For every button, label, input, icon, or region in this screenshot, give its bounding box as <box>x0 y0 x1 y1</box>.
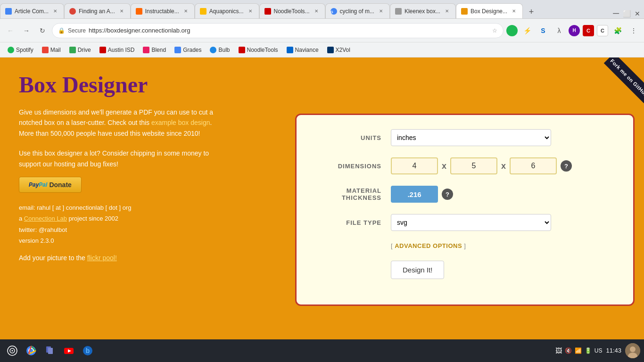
bookmark-x2vol-icon <box>327 47 334 53</box>
tray-battery-icon[interactable]: 🔋 <box>585 347 592 354</box>
tab-close-1[interactable]: ✕ <box>51 8 59 15</box>
bookmark-austin-isd[interactable]: Austin ISD <box>96 45 139 55</box>
close-button[interactable]: ✕ <box>635 10 640 17</box>
bookmark-spotify[interactable]: Spotify <box>4 45 37 55</box>
toolbar-ext-red-c[interactable]: C <box>583 25 594 36</box>
bookmark-drive[interactable]: Drive <box>66 45 95 55</box>
tab-close-2[interactable]: ✕ <box>118 8 125 15</box>
bookmark-noodletools[interactable]: NoodleTools <box>235 45 282 55</box>
user-avatar[interactable] <box>625 343 640 358</box>
toolbar-ext-1[interactable] <box>506 25 518 36</box>
address-bar[interactable]: 🔒 Secure https://boxdesigner.connectionl… <box>52 23 504 38</box>
more-options-button[interactable]: ⋮ <box>627 24 640 37</box>
taskbar-chrome-icon[interactable] <box>23 342 40 359</box>
units-label: UNITS <box>315 134 391 141</box>
bookmark-blend[interactable]: Blend <box>139 45 170 55</box>
dimension-x-input[interactable] <box>391 157 438 174</box>
tab-favicon-7 <box>395 8 402 15</box>
bookmark-star-icon[interactable]: ☆ <box>492 27 497 34</box>
contact-info: email: rahul [ at ] connectionlab [ dot … <box>19 202 217 247</box>
tab-title-5: NoodleTools... <box>274 8 310 15</box>
bookmark-grades-label: Grades <box>183 47 201 53</box>
refresh-button[interactable]: ↻ <box>36 24 49 37</box>
taskbar-os-icon[interactable] <box>4 342 21 359</box>
svg-rect-8 <box>47 347 47 352</box>
dimension-z-input[interactable] <box>510 157 557 174</box>
tray-wifi-icon[interactable]: 📶 <box>575 347 582 354</box>
bookmark-x2vol-label: X2Vol <box>336 47 350 53</box>
flickr-row: Add your picture to the flickr pool! <box>19 254 267 262</box>
material-thickness-row: MATERIAL THICKNESS ? <box>315 186 614 203</box>
advanced-options-link[interactable]: ADVANCED OPTIONS <box>395 242 462 249</box>
page-title: Box Designer <box>19 72 267 98</box>
back-button[interactable]: ← <box>4 24 17 37</box>
secure-lock-icon: 🔒 <box>58 27 65 34</box>
bookmark-drive-icon <box>69 47 76 53</box>
taskbar-app-icon[interactable]: b <box>79 342 96 359</box>
material-thickness-input[interactable] <box>391 186 438 203</box>
browser-toolbar: ← → ↻ 🔒 Secure https://boxdesigner.conne… <box>0 19 644 42</box>
toolbar-ext-white-c[interactable]: C <box>597 25 608 36</box>
tab-close-4[interactable]: ✕ <box>247 8 254 15</box>
bookmark-naviance[interactable]: Naviance <box>283 45 322 55</box>
advanced-options-row: [ ADVANCED OPTIONS ] <box>315 242 614 249</box>
bookmark-austin-isd-label: Austin ISD <box>108 47 135 53</box>
dimensions-help-icon[interactable]: ? <box>561 160 572 172</box>
example-box-link[interactable]: example box design <box>151 119 210 126</box>
tray-locale: US <box>594 347 603 354</box>
toolbar-ext-s[interactable]: S <box>537 24 550 37</box>
taskbar-files-icon[interactable] <box>41 342 58 359</box>
material-help-icon[interactable]: ? <box>442 189 453 200</box>
page-description: Give us dimensions and we'll generate a … <box>19 107 217 139</box>
tray-mute-icon[interactable]: 🔇 <box>565 347 572 354</box>
bookmark-x2vol[interactable]: X2Vol <box>323 45 354 55</box>
tray-photo-icon[interactable]: 🖼 <box>555 347 562 354</box>
bookmark-bulb[interactable]: Bulb <box>206 45 233 55</box>
dimensions-row: DIMENSIONS x x ? <box>315 157 614 174</box>
tab-close-7[interactable]: ✕ <box>443 8 451 15</box>
bookmark-mail-label: Mail <box>50 47 61 53</box>
minimize-button[interactable]: ─ <box>613 8 619 18</box>
bookmark-grades[interactable]: Grades <box>171 45 205 55</box>
tab-boxdesigner[interactable]: Box Designe... ✕ <box>456 3 523 18</box>
tab-aquaponics[interactable]: Aquaponics... ✕ <box>195 3 259 18</box>
window-controls: ─ ⬜ ✕ <box>613 8 644 18</box>
secure-label: Secure <box>68 27 86 34</box>
file-type-select[interactable]: svg pdf dxf <box>391 214 551 231</box>
tab-article[interactable]: Article Com... ✕ <box>0 3 64 18</box>
bookmark-austin-isd-icon <box>99 47 106 53</box>
tab-title-8: Box Designe... <box>471 8 507 15</box>
forward-button[interactable]: → <box>20 24 33 37</box>
tab-close-6[interactable]: ✕ <box>377 8 385 15</box>
tab-close-5[interactable]: ✕ <box>313 8 320 15</box>
units-select[interactable]: inches mm cm <box>391 129 551 146</box>
donate-button[interactable]: PayPal Donate <box>19 177 82 193</box>
maximize-button[interactable]: ⬜ <box>623 10 631 17</box>
tab-title-4: Aquaponics... <box>209 8 244 15</box>
toolbar-ext-purple[interactable]: H <box>569 25 580 36</box>
new-tab-button[interactable]: + <box>525 5 538 18</box>
tab-noodletools[interactable]: NoodleTools... ✕ <box>259 3 325 18</box>
bookmark-spotify-icon <box>8 47 14 53</box>
toolbar-ext-lambda[interactable]: λ <box>553 24 566 37</box>
tab-close-3[interactable]: ✕ <box>182 8 190 15</box>
bookmark-bulb-icon <box>210 47 216 53</box>
design-it-button[interactable]: Design It! <box>391 261 444 279</box>
flickr-link[interactable]: flickr pool! <box>87 254 117 262</box>
toolbar-ext-puzzle[interactable]: 🧩 <box>611 24 624 37</box>
dimension-y-input[interactable] <box>450 157 497 174</box>
tab-instructable[interactable]: Instructable... ✕ <box>131 3 195 18</box>
tab-finding[interactable]: Finding an A... ✕ <box>64 3 131 18</box>
tab-favicon-6: G <box>330 8 337 15</box>
toolbar-ext-power[interactable]: ⚡ <box>520 24 534 37</box>
tab-close-8[interactable]: ✕ <box>510 8 518 15</box>
taskbar-youtube-icon[interactable] <box>60 342 77 359</box>
tab-kleenex[interactable]: Kleenex box... ✕ <box>390 3 456 18</box>
dimensions-label: DIMENSIONS <box>315 163 391 170</box>
fork-ribbon[interactable]: Fork me on GitHub <box>587 58 644 114</box>
connection-lab-link[interactable]: Connection Lab <box>24 215 67 222</box>
x-divider-2: x <box>501 161 506 171</box>
tab-cycling[interactable]: G cycling of m... ✕ <box>325 3 390 18</box>
svg-text:b: b <box>86 347 90 354</box>
bookmark-mail[interactable]: Mail <box>38 45 65 55</box>
